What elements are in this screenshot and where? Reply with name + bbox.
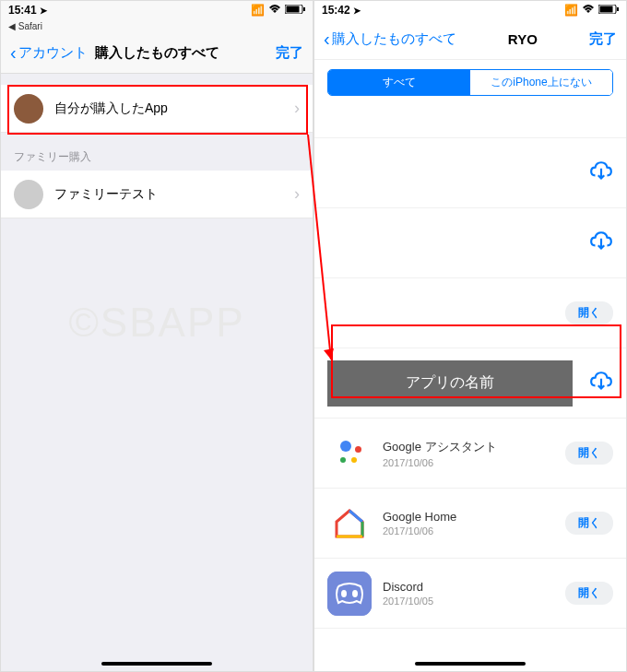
app-row[interactable]	[314, 138, 626, 208]
app-date: 2017/10/06	[383, 457, 558, 468]
screen-right: 15:42 ➤ 📶 ‹ 購入したものすべて RYO 完了 すべて このiPhon…	[314, 0, 627, 672]
signal-icon: 📶	[251, 4, 265, 17]
home-indicator[interactable]	[101, 662, 212, 666]
nav-back-button[interactable]: ‹ アカウント	[10, 42, 88, 64]
app-icon	[327, 572, 372, 616]
nav-back-label: アカウント	[18, 44, 88, 62]
signal-icon: 📶	[564, 4, 578, 17]
status-time: 15:42	[322, 4, 350, 17]
chevron-right-icon: ›	[294, 184, 300, 204]
battery-icon	[285, 4, 305, 17]
app-list: Google アシスタント 2017/10/06 開く Google Home …	[314, 419, 626, 629]
safari-back-link[interactable]: ◀ Safari	[1, 19, 313, 33]
family-section-header: ファミリー購入	[1, 133, 313, 171]
home-indicator[interactable]	[415, 662, 526, 666]
app-row[interactable]: Google Home 2017/10/06 開く	[314, 489, 626, 559]
nav-bar: ‹ 購入したものすべて RYO 完了	[314, 19, 626, 60]
status-bar: 15:42 ➤ 📶	[314, 1, 626, 19]
svg-point-8	[352, 590, 358, 597]
app-name: Google Home	[383, 510, 558, 524]
chevron-right-icon: ›	[294, 99, 300, 118]
battery-icon	[598, 4, 619, 17]
download-button[interactable]	[589, 370, 613, 397]
wifi-icon	[268, 4, 281, 17]
watermark: ©SBAPP	[68, 300, 244, 346]
masked-app-label: アプリの名前	[327, 360, 573, 407]
avatar	[14, 94, 43, 124]
svg-rect-2	[303, 7, 305, 11]
nav-done-button[interactable]: 完了	[589, 30, 617, 48]
nav-bar: ‹ アカウント 購入したものすべて 完了	[1, 33, 313, 74]
app-date: 2017/10/05	[383, 595, 558, 607]
open-button[interactable]: 開く	[565, 301, 613, 324]
status-indicators: 📶	[251, 4, 305, 17]
wifi-icon	[582, 4, 595, 17]
app-row[interactable]	[314, 105, 626, 138]
nav-back-label: 購入したものすべて	[332, 30, 456, 48]
svg-point-7	[341, 590, 347, 597]
segment-all[interactable]: すべて	[328, 70, 470, 95]
svg-rect-4	[600, 6, 613, 13]
nav-title: 購入したものすべて	[95, 44, 219, 62]
status-time: 15:41	[8, 4, 37, 17]
nav-back-button[interactable]: ‹ 購入したものすべて	[324, 29, 456, 50]
app-row[interactable]: Google アシスタント 2017/10/06 開く	[314, 419, 626, 489]
download-button[interactable]	[589, 230, 613, 257]
download-button[interactable]	[589, 159, 613, 187]
app-row[interactable]: 開く	[314, 278, 626, 348]
open-button[interactable]: 開く	[565, 512, 613, 535]
my-purchases-row[interactable]: 自分が購入したApp ›	[1, 85, 313, 133]
family-member-row[interactable]: ファミリーテスト ›	[1, 171, 313, 218]
svg-rect-6	[327, 572, 372, 616]
status-indicators: 📶	[564, 4, 619, 17]
avatar	[14, 180, 43, 209]
row-label: ファミリーテスト	[54, 186, 294, 203]
app-icon	[327, 501, 372, 546]
open-button[interactable]: 開く	[565, 582, 613, 605]
svg-rect-5	[617, 7, 619, 11]
chevron-left-icon: ‹	[10, 42, 17, 64]
chevron-left-icon: ‹	[324, 29, 330, 50]
open-button[interactable]: 開く	[565, 442, 613, 465]
nav-title: RYO	[508, 31, 538, 47]
app-icon	[327, 431, 372, 476]
segmented-control: すべて このiPhone上にない	[327, 69, 613, 96]
app-row[interactable]: Discord 2017/10/05 開く	[314, 559, 626, 629]
screen-left: 15:41 ➤ 📶 ◀ Safari ‹ アカウント 購入したものすべて 完了 …	[0, 0, 314, 672]
location-icon: ➤	[353, 6, 361, 16]
app-name: Google アシスタント	[383, 439, 558, 455]
segment-not-on-device[interactable]: このiPhone上にない	[470, 70, 612, 95]
app-name: Discord	[383, 580, 558, 594]
location-icon: ➤	[40, 6, 47, 16]
status-bar: 15:41 ➤ 📶	[1, 1, 313, 19]
app-date: 2017/10/06	[383, 525, 558, 536]
nav-done-button[interactable]: 完了	[276, 44, 303, 62]
app-row[interactable]	[314, 208, 626, 278]
app-row-masked[interactable]: アプリの名前	[314, 348, 626, 419]
row-label: 自分が購入したApp	[54, 100, 294, 117]
svg-rect-1	[287, 6, 300, 13]
